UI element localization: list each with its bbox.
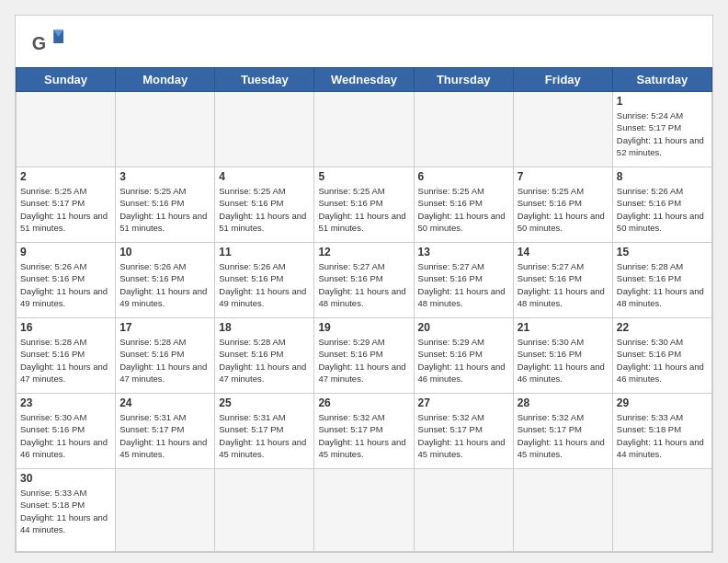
day-cell-empty-0-4 xyxy=(414,92,513,167)
day-number: 10 xyxy=(119,246,210,259)
day-info: Sunrise: 5:30 AM Sunset: 5:16 PM Dayligh… xyxy=(518,336,609,385)
day-number: 4 xyxy=(219,170,310,183)
day-number: 6 xyxy=(418,170,509,183)
day-info: Sunrise: 5:28 AM Sunset: 5:16 PM Dayligh… xyxy=(617,260,708,309)
day-info: Sunrise: 5:32 AM Sunset: 5:17 PM Dayligh… xyxy=(418,411,509,460)
day-header-row: SundayMondayTuesdayWednesdayThursdayFrid… xyxy=(17,68,712,92)
day-cell-30: 30Sunrise: 5:33 AM Sunset: 5:18 PM Dayli… xyxy=(17,469,116,552)
day-number: 1 xyxy=(617,95,708,108)
day-number: 17 xyxy=(119,321,210,334)
day-cell-18: 18Sunrise: 5:28 AM Sunset: 5:16 PM Dayli… xyxy=(215,318,314,394)
day-number: 19 xyxy=(318,321,409,334)
day-number: 8 xyxy=(617,170,708,183)
day-number: 30 xyxy=(20,472,111,485)
day-cell-11: 11Sunrise: 5:26 AM Sunset: 5:16 PM Dayli… xyxy=(215,243,314,318)
day-cell-27: 27Sunrise: 5:32 AM Sunset: 5:17 PM Dayli… xyxy=(414,394,513,469)
day-info: Sunrise: 5:25 AM Sunset: 5:16 PM Dayligh… xyxy=(318,185,409,234)
day-cell-empty-5-3 xyxy=(314,469,414,552)
day-cell-13: 13Sunrise: 5:27 AM Sunset: 5:16 PM Dayli… xyxy=(414,243,513,318)
day-cell-2: 2Sunrise: 5:25 AM Sunset: 5:17 PM Daylig… xyxy=(17,167,116,243)
day-info: Sunrise: 5:32 AM Sunset: 5:17 PM Dayligh… xyxy=(318,411,409,460)
day-info: Sunrise: 5:33 AM Sunset: 5:18 PM Dayligh… xyxy=(20,487,111,535)
day-number: 7 xyxy=(518,170,609,183)
day-cell-empty-0-0 xyxy=(17,92,116,167)
day-info: Sunrise: 5:24 AM Sunset: 5:17 PM Dayligh… xyxy=(617,109,708,158)
day-cell-25: 25Sunrise: 5:31 AM Sunset: 5:17 PM Dayli… xyxy=(215,394,314,469)
day-info: Sunrise: 5:28 AM Sunset: 5:16 PM Dayligh… xyxy=(20,336,111,385)
day-info: Sunrise: 5:29 AM Sunset: 5:16 PM Dayligh… xyxy=(318,336,409,385)
calendar-header: G xyxy=(16,16,712,67)
day-cell-23: 23Sunrise: 5:30 AM Sunset: 5:16 PM Dayli… xyxy=(17,394,116,469)
day-number: 28 xyxy=(518,396,609,409)
day-number: 2 xyxy=(20,170,111,183)
day-info: Sunrise: 5:25 AM Sunset: 5:16 PM Dayligh… xyxy=(119,185,210,234)
day-cell-empty-0-5 xyxy=(513,92,612,167)
day-cell-20: 20Sunrise: 5:29 AM Sunset: 5:16 PM Dayli… xyxy=(414,318,513,394)
day-cell-empty-5-2 xyxy=(215,469,314,552)
week-row-0: 1Sunrise: 5:24 AM Sunset: 5:17 PM Daylig… xyxy=(17,92,712,167)
day-info: Sunrise: 5:33 AM Sunset: 5:18 PM Dayligh… xyxy=(617,411,708,460)
day-cell-empty-0-2 xyxy=(215,92,314,167)
day-cell-19: 19Sunrise: 5:29 AM Sunset: 5:16 PM Dayli… xyxy=(314,318,414,394)
day-info: Sunrise: 5:29 AM Sunset: 5:16 PM Dayligh… xyxy=(418,336,509,385)
day-cell-21: 21Sunrise: 5:30 AM Sunset: 5:16 PM Dayli… xyxy=(513,318,612,394)
day-info: Sunrise: 5:25 AM Sunset: 5:16 PM Dayligh… xyxy=(418,185,509,234)
day-info: Sunrise: 5:32 AM Sunset: 5:17 PM Dayligh… xyxy=(518,411,609,460)
day-header-monday: Monday xyxy=(116,68,215,92)
week-row-2: 9Sunrise: 5:26 AM Sunset: 5:16 PM Daylig… xyxy=(17,243,712,318)
day-cell-9: 9Sunrise: 5:26 AM Sunset: 5:16 PM Daylig… xyxy=(17,243,116,318)
day-cell-empty-5-4 xyxy=(414,469,513,552)
day-cell-16: 16Sunrise: 5:28 AM Sunset: 5:16 PM Dayli… xyxy=(17,318,116,394)
day-info: Sunrise: 5:31 AM Sunset: 5:17 PM Dayligh… xyxy=(219,411,310,460)
week-row-1: 2Sunrise: 5:25 AM Sunset: 5:17 PM Daylig… xyxy=(17,167,712,243)
day-header-thursday: Thursday xyxy=(414,68,513,92)
day-number: 29 xyxy=(617,396,708,409)
day-number: 3 xyxy=(119,170,210,183)
day-cell-1: 1Sunrise: 5:24 AM Sunset: 5:17 PM Daylig… xyxy=(612,92,711,167)
day-number: 21 xyxy=(518,321,609,334)
day-number: 24 xyxy=(119,396,210,409)
day-number: 5 xyxy=(318,170,409,183)
day-cell-empty-5-5 xyxy=(513,469,612,552)
day-info: Sunrise: 5:31 AM Sunset: 5:17 PM Dayligh… xyxy=(119,411,210,460)
day-cell-5: 5Sunrise: 5:25 AM Sunset: 5:16 PM Daylig… xyxy=(314,167,414,243)
day-number: 15 xyxy=(617,246,708,259)
day-number: 20 xyxy=(418,321,509,334)
day-info: Sunrise: 5:25 AM Sunset: 5:16 PM Dayligh… xyxy=(518,185,609,234)
day-info: Sunrise: 5:26 AM Sunset: 5:16 PM Dayligh… xyxy=(617,185,708,234)
day-number: 26 xyxy=(318,396,409,409)
day-number: 12 xyxy=(318,246,409,259)
day-header-tuesday: Tuesday xyxy=(215,68,314,92)
day-cell-22: 22Sunrise: 5:30 AM Sunset: 5:16 PM Dayli… xyxy=(612,318,711,394)
day-cell-6: 6Sunrise: 5:25 AM Sunset: 5:16 PM Daylig… xyxy=(414,167,513,243)
day-cell-8: 8Sunrise: 5:26 AM Sunset: 5:16 PM Daylig… xyxy=(612,167,711,243)
day-header-saturday: Saturday xyxy=(612,68,711,92)
logo-icon: G xyxy=(30,27,63,60)
day-info: Sunrise: 5:30 AM Sunset: 5:16 PM Dayligh… xyxy=(20,411,111,460)
calendar-container: G SundayMondayTuesdayWednesdayThursdayFr… xyxy=(15,15,713,553)
day-header-wednesday: Wednesday xyxy=(314,68,414,92)
day-cell-29: 29Sunrise: 5:33 AM Sunset: 5:18 PM Dayli… xyxy=(612,394,711,469)
day-cell-14: 14Sunrise: 5:27 AM Sunset: 5:16 PM Dayli… xyxy=(513,243,612,318)
day-cell-empty-0-1 xyxy=(116,92,215,167)
day-info: Sunrise: 5:30 AM Sunset: 5:16 PM Dayligh… xyxy=(617,336,708,385)
svg-text:G: G xyxy=(32,33,46,53)
day-info: Sunrise: 5:26 AM Sunset: 5:16 PM Dayligh… xyxy=(219,260,310,309)
day-info: Sunrise: 5:25 AM Sunset: 5:17 PM Dayligh… xyxy=(20,185,111,234)
day-cell-15: 15Sunrise: 5:28 AM Sunset: 5:16 PM Dayli… xyxy=(612,243,711,318)
day-number: 23 xyxy=(20,396,111,409)
day-cell-empty-0-3 xyxy=(314,92,414,167)
day-info: Sunrise: 5:27 AM Sunset: 5:16 PM Dayligh… xyxy=(318,260,409,309)
day-number: 27 xyxy=(418,396,509,409)
day-info: Sunrise: 5:28 AM Sunset: 5:16 PM Dayligh… xyxy=(219,336,310,385)
day-info: Sunrise: 5:26 AM Sunset: 5:16 PM Dayligh… xyxy=(119,260,210,309)
day-number: 11 xyxy=(219,246,310,259)
day-cell-empty-5-6 xyxy=(612,469,711,552)
day-info: Sunrise: 5:25 AM Sunset: 5:16 PM Dayligh… xyxy=(219,185,310,234)
day-cell-3: 3Sunrise: 5:25 AM Sunset: 5:16 PM Daylig… xyxy=(116,167,215,243)
day-number: 25 xyxy=(219,396,310,409)
day-number: 9 xyxy=(20,246,111,259)
day-cell-4: 4Sunrise: 5:25 AM Sunset: 5:16 PM Daylig… xyxy=(215,167,314,243)
day-number: 13 xyxy=(418,246,509,259)
day-cell-10: 10Sunrise: 5:26 AM Sunset: 5:16 PM Dayli… xyxy=(116,243,215,318)
